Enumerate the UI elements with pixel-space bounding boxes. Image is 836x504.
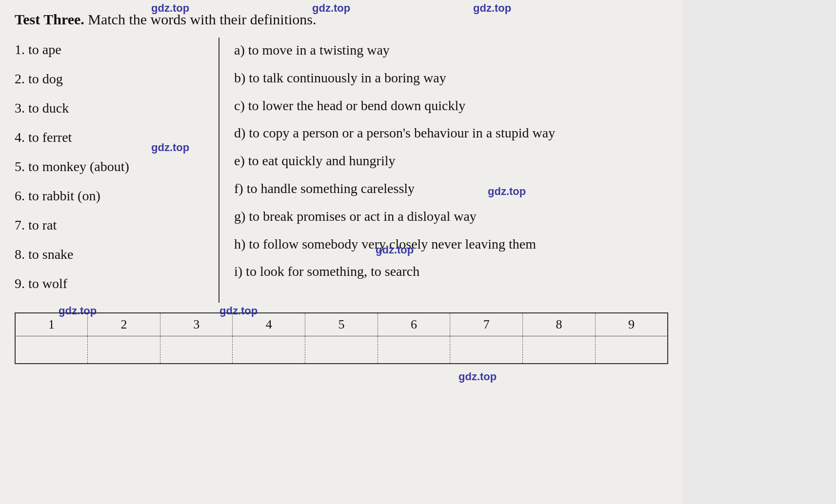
answer-header-cell: 5 [305,313,378,336]
content-area: gdz.topgdz.topgdz.topgdz.topgdz.topgdz.t… [0,0,683,504]
answer-header-cell: 4 [233,313,305,336]
left-item-9: 9. to wolf [15,273,209,294]
answer-table: 123456789 [15,312,668,364]
right-item-5: e) to eat quickly and hungrily [234,150,668,172]
right-column: a) to move in a twisting wayb) to talk c… [219,38,668,303]
left-item-4: 4. to ferret [15,127,209,148]
answer-header-cell: 3 [160,313,233,336]
left-item-3: 3. to duck [15,98,209,118]
title-rest: Match the words with their definitions. [84,11,317,27]
right-item-7: g) to break promises or act in a disloya… [234,206,668,228]
answer-cell-7[interactable] [450,336,523,364]
answer-table-wrapper: 123456789 [15,312,668,364]
right-item-3: c) to lower the head or bend down quickl… [234,95,668,117]
right-item-9: i) to look for something, to search [234,261,668,283]
right-item-4: d) to copy a person or a person's behavi… [234,122,668,144]
answer-header-cell: 7 [450,313,523,336]
left-column: 1. to ape2. to dog3. to duck4. to ferret… [15,38,219,303]
left-item-2: 2. to dog [15,69,209,89]
right-item-6: f) to handle something carelessly [234,178,668,200]
right-item-2: b) to talk continuously in a boring way [234,67,668,89]
left-item-6: 6. to rabbit (on) [15,186,209,206]
answer-cell-6[interactable] [378,336,450,364]
answer-header-row: 123456789 [15,313,668,336]
answer-cell-3[interactable] [160,336,233,364]
main-table: 1. to ape2. to dog3. to duck4. to ferret… [15,38,668,303]
answer-header-cell: 2 [88,313,160,336]
answer-cell-1[interactable] [15,336,88,364]
watermark: gdz.top [458,370,497,383]
answer-cell-9[interactable] [595,336,668,364]
answer-header-cell: 6 [378,313,450,336]
left-item-1: 1. to ape [15,39,209,60]
right-item-8: h) to follow somebody very closely never… [234,233,668,255]
title-row: Test Three. Match the words with their d… [15,10,668,29]
answer-cell-4[interactable] [233,336,305,364]
answer-cell-5[interactable] [305,336,378,364]
title-bold: Test Three. [15,11,84,27]
left-item-8: 8. to snake [15,244,209,265]
left-item-7: 7. to rat [15,215,209,235]
right-item-1: a) to move in a twisting way [234,39,668,61]
answer-header-cell: 9 [595,313,668,336]
answer-cell-8[interactable] [523,336,596,364]
answer-body-row [15,336,668,364]
answer-header-cell: 8 [523,313,596,336]
answer-cell-2[interactable] [88,336,160,364]
left-item-5: 5. to monkey (about) [15,156,209,177]
answer-header-cell: 1 [15,313,88,336]
